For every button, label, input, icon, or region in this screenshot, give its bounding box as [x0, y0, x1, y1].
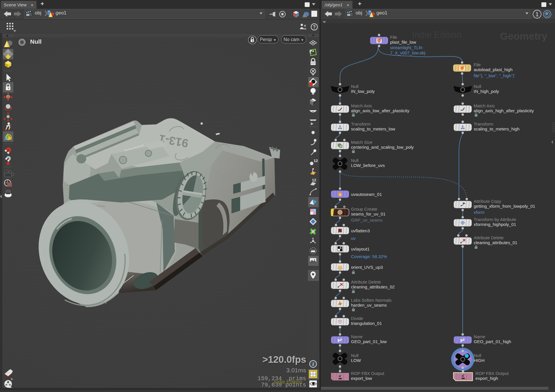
svg-text:Match Axis: Match Axis	[474, 103, 495, 108]
svg-text:Group Create: Group Create	[351, 207, 377, 211]
svg-text:Name: Name	[351, 334, 363, 339]
svg-text:file"), "_low", "_high")`: file"), "_low", "_high")`	[474, 73, 516, 78]
svg-text:Null: Null	[474, 353, 481, 358]
svg-text:12: 12	[314, 159, 318, 163]
svg-text:Geometry: Geometry	[500, 30, 547, 42]
svg-text:IN_low_poly: IN_low_poly	[351, 89, 375, 94]
svg-text:GEO_part_01_low: GEO_part_01_low	[351, 339, 387, 344]
svg-text:xforming_highpoly_01: xforming_highpoly_01	[474, 222, 516, 227]
svg-text:scaling_to_meters_high: scaling_to_meters_high	[474, 126, 519, 131]
svg-text:Transform: Transform	[351, 122, 371, 126]
svg-text:IN_high_poly: IN_high_poly	[474, 89, 499, 94]
svg-text:streamlight_TLR-: streamlight_TLR-	[390, 45, 423, 50]
svg-text:cleaning_attributes_01: cleaning_attributes_01	[474, 240, 517, 245]
svg-text:uv: uv	[351, 236, 356, 241]
svg-text:xform: xform	[474, 210, 485, 215]
svg-text:ROP FBX Output: ROP FBX Output	[475, 371, 509, 376]
svg-text:uvautoseam_01: uvautoseam_01	[351, 192, 382, 197]
svg-text:export_high: export_high	[475, 376, 498, 381]
svg-text:Divide: Divide	[351, 316, 363, 321]
svg-text:export_low: export_low	[351, 376, 372, 381]
svg-text:File: File	[390, 35, 397, 40]
svg-text:uvflatten3: uvflatten3	[351, 228, 370, 233]
svg-text:Null: Null	[351, 353, 359, 358]
svg-text:Null: Null	[351, 84, 359, 89]
svg-text:harden_uv_seams: harden_uv_seams	[351, 303, 387, 308]
svg-text:i: i	[313, 361, 314, 367]
svg-text:Match Size: Match Size	[351, 140, 372, 145]
svg-text:1: 1	[535, 11, 539, 17]
svg-text:triangulation_01: triangulation_01	[351, 321, 382, 326]
svg-text:autoload_plast_high: autoload_plast_high	[474, 67, 512, 72]
svg-text:Indie Edition: Indie Edition	[412, 30, 462, 40]
svg-text:File: File	[474, 62, 481, 67]
svg-text:Transform by Attribute: Transform by Attribute	[474, 217, 516, 222]
svg-text:align_axis_high_after_plastici: align_axis_high_after_plasticity	[474, 108, 534, 113]
svg-text:Match Axis: Match Axis	[351, 103, 372, 108]
svg-text:plast_file_low: plast_file_low	[390, 40, 416, 45]
svg-text:Null: Null	[474, 84, 481, 89]
svg-text:Labs Soften Normals: Labs Soften Normals	[351, 298, 392, 303]
svg-text:scaling_to_meters_low: scaling_to_meters_low	[351, 126, 395, 131]
svg-text:Null: Null	[351, 158, 359, 163]
svg-text:GRP_uv_seams: GRP_uv_seams	[351, 218, 383, 222]
svg-text:Name: Name	[474, 334, 485, 339]
svg-text:HIGH: HIGH	[474, 358, 485, 363]
svg-text:Transform: Transform	[474, 122, 493, 126]
svg-text:Coverage: 58.32%: Coverage: 58.32%	[351, 254, 387, 259]
svg-text:12: 12	[312, 178, 316, 182]
svg-text:cleaning_attributes_02: cleaning_attributes_02	[351, 284, 395, 289]
svg-text:orient_UVS_up3: orient_UVS_up3	[351, 265, 383, 270]
svg-text:align_axis_low_after_plasticit: align_axis_low_after_plasticity	[351, 108, 409, 113]
svg-text:ROP FBX Output: ROP FBX Output	[351, 371, 385, 376]
svg-text:LOW_before_uvs: LOW_before_uvs	[351, 163, 385, 168]
svg-text:Attribute Delete: Attribute Delete	[351, 279, 381, 284]
svg-text:Attribute Copy: Attribute Copy	[474, 199, 501, 204]
svg-text:?: ?	[313, 25, 316, 30]
svg-text:centering_and_scaling_low_poly: centering_and_scaling_low_poly	[351, 145, 414, 150]
svg-text:uvlayout1: uvlayout1	[351, 246, 370, 251]
svg-text:getting_xform_from_lowpoly_01: getting_xform_from_lowpoly_01	[474, 204, 535, 209]
svg-text:Attribute Delete: Attribute Delete	[474, 235, 503, 240]
svg-text:seams_for_uv_01: seams_for_uv_01	[351, 211, 385, 216]
svg-text:GEO_part_01_high: GEO_part_01_high	[474, 339, 511, 344]
svg-text:LOW: LOW	[351, 358, 361, 363]
svg-text:7_X_v007_low.obj: 7_X_v007_low.obj	[390, 50, 425, 55]
